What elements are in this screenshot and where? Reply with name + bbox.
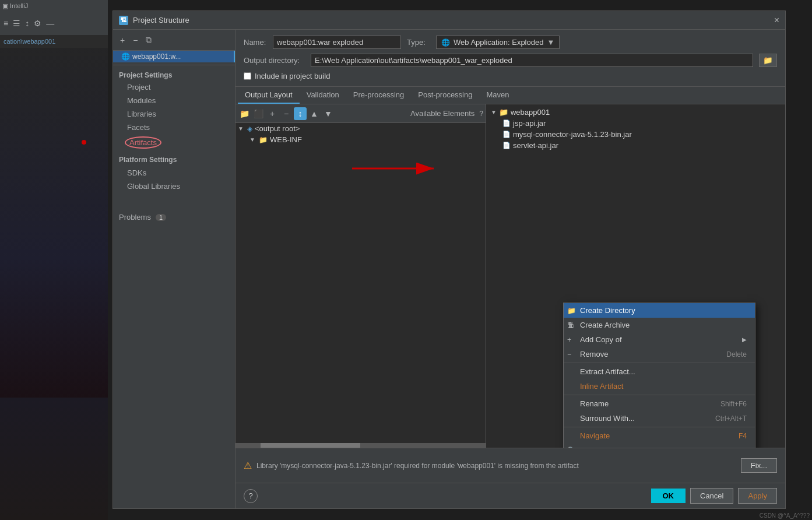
copy-artifact-button[interactable]: ⧉	[143, 34, 154, 46]
tab-maven[interactable]: Maven	[479, 87, 516, 104]
output-root-icon: ◈	[247, 125, 252, 133]
right-tree-item-2[interactable]: 📄 servlet-api.jar	[488, 140, 783, 151]
tree-btn-remove[interactable]: −	[280, 107, 293, 120]
menu-item-remove[interactable]: − Remove Delete	[564, 347, 755, 361]
nav-sdks[interactable]: SDKs	[113, 166, 235, 180]
type-label: Type:	[407, 38, 430, 47]
left-panel-divider	[113, 65, 235, 65]
menu-separator-1	[564, 363, 755, 363]
right-tree-item-label-2: servlet-api.jar	[513, 141, 558, 150]
artifacts-label: Artifacts	[129, 138, 157, 147]
tree-scrollbar-h[interactable]	[235, 443, 486, 448]
toolbar-icon-5[interactable]: —	[46, 19, 54, 28]
add-artifact-button[interactable]: +	[118, 34, 127, 46]
close-button[interactable]: ×	[774, 15, 779, 26]
nav-problems[interactable]: Problems 1	[113, 210, 235, 224]
toolbar-icon-2[interactable]: ☰	[13, 19, 20, 28]
left-panel-toolbar: + − ⧉	[113, 30, 235, 51]
right-tree-root-label: webapp001	[511, 108, 550, 117]
find-usages-icon: 🔍	[567, 447, 576, 448]
remove-icon: −	[567, 350, 571, 359]
menu-item-surround-with[interactable]: Surround With... Ctrl+Alt+T	[564, 411, 755, 426]
nav-facets[interactable]: Facets	[113, 121, 235, 134]
nav-artifacts[interactable]: Artifacts	[113, 134, 235, 151]
output-root-label: <output root>	[255, 124, 300, 133]
create-dir-icon: 📁	[567, 307, 576, 315]
tree-btn-up[interactable]: ▲	[308, 107, 321, 120]
artifact-tree-icon: 🌐	[121, 52, 130, 61]
menu-item-extract-artifact[interactable]: Extract Artifact...	[564, 364, 755, 379]
right-tree-item-0[interactable]: 📄 jsp-api.jar	[488, 118, 783, 129]
menu-item-rename[interactable]: Rename Shift+F6	[564, 396, 755, 411]
bottom-warning-text: Library 'mysql-connector-java-5.1.23-bin…	[256, 462, 736, 470]
help-icon[interactable]: ?	[479, 110, 483, 118]
menu-label-rename: Rename	[580, 399, 609, 408]
type-value: Web Application: Exploded	[454, 38, 543, 47]
breadcrumb-text: cation\webapp001	[3, 38, 55, 45]
toolbar-icon-3[interactable]: ↕	[25, 19, 29, 28]
menu-item-find-usages[interactable]: 🔍 Find Usages Alt+F7	[564, 443, 755, 448]
browse-folder-button[interactable]: 📁	[759, 54, 777, 67]
menu-item-create-directory[interactable]: 📁 Create Directory	[564, 303, 755, 318]
problems-badge: 1	[156, 214, 166, 221]
nav-libraries[interactable]: Libraries	[113, 107, 235, 121]
jar-icon-0: 📄	[502, 120, 511, 127]
project-settings-header: Project Settings	[113, 68, 235, 80]
tree-btn-structure[interactable]: ⬛	[252, 107, 265, 120]
menu-separator-2	[564, 395, 755, 395]
nav-modules[interactable]: Modules	[113, 94, 235, 107]
apply-button[interactable]: Apply	[738, 488, 777, 504]
warning-icon: ⚠	[244, 460, 252, 471]
menu-item-navigate[interactable]: Navigate F4	[564, 428, 755, 443]
toolbar-icon-4[interactable]: ⚙	[34, 19, 41, 28]
nav-project[interactable]: Project	[113, 80, 235, 94]
red-arrow-annotation	[340, 151, 457, 188]
type-dropdown[interactable]: 🌐 Web Application: Exploded ▼	[436, 36, 560, 49]
dialog-footer: ? OK Cancel Apply	[235, 483, 785, 508]
remove-artifact-button[interactable]: −	[131, 34, 140, 46]
include-checkbox[interactable]	[244, 72, 251, 80]
tab-pre-processing[interactable]: Pre-processing	[346, 87, 411, 104]
tree-btn-down[interactable]: ▼	[322, 107, 335, 120]
right-tree-root[interactable]: ▼ 📁 webapp001	[488, 107, 783, 118]
output-dir-label: Output directory:	[244, 56, 305, 65]
tree-btn-sort[interactable]: ↕	[294, 107, 307, 120]
tree-toolbar: 📁 ⬛ + − ↕ ▲ ▼ Available Elements ?	[235, 104, 486, 123]
toolbar-icon-1[interactable]: ≡	[3, 19, 8, 28]
tree-node-output-root[interactable]: ▼ ◈ <output root>	[235, 123, 486, 134]
type-icon: 🌐	[441, 38, 450, 47]
cancel-button[interactable]: Cancel	[690, 488, 733, 504]
folder-icon-webinf: 📁	[259, 136, 268, 144]
output-dir-input[interactable]	[311, 54, 753, 67]
fix-button[interactable]: Fix...	[741, 458, 777, 473]
tree-node-webinf[interactable]: ▼ 📁 WEB-INF	[235, 134, 486, 145]
artifacts-circle: Artifacts	[125, 136, 161, 149]
menu-label-inline-artifact: Inline Artifact	[580, 382, 623, 391]
include-label: Include in project build	[255, 72, 330, 80]
output-dir-row: Output directory: 📁	[244, 54, 777, 67]
nav-global-libraries[interactable]: Global Libraries	[113, 180, 235, 193]
tab-output-layout[interactable]: Output Layout	[238, 87, 300, 104]
menu-label-add-copy: Add Copy of	[580, 335, 622, 344]
menu-label-create-directory: Create Directory	[580, 306, 635, 315]
menu-item-add-copy[interactable]: + Add Copy of ▶	[564, 332, 755, 347]
ok-button[interactable]: OK	[651, 489, 686, 503]
help-button[interactable]: ?	[244, 489, 258, 503]
ide-toolbar: ≡ ☰ ↕ ⚙ —	[0, 12, 108, 35]
menu-label-remove: Remove	[580, 350, 608, 359]
dialog-titlebar: 🏗 Project Structure ×	[113, 11, 785, 30]
project-structure-dialog: 🏗 Project Structure × + − ⧉ 🌐 webapp001:…	[113, 10, 786, 509]
right-tree-item-label-0: jsp-api.jar	[513, 119, 546, 128]
dialog-title-text: Project Structure	[133, 16, 189, 24]
expand-icon-webinf: ▼	[249, 136, 256, 143]
tree-btn-folder[interactable]: 📁	[238, 107, 251, 120]
name-input[interactable]	[273, 36, 401, 49]
menu-item-create-archive[interactable]: 🗜 Create Archive	[564, 318, 755, 332]
artifact-tree-selected[interactable]: 🌐 webapp001:w...	[113, 51, 235, 62]
ide-titlebar: ▣ IntelliJ	[0, 0, 108, 12]
right-tree-item-1[interactable]: 📄 mysql-connector-java-5.1.23-bin.jar	[488, 129, 783, 140]
tab-post-processing[interactable]: Post-processing	[411, 87, 479, 104]
tab-validation[interactable]: Validation	[300, 87, 346, 104]
menu-item-inline-artifact[interactable]: Inline Artifact	[564, 379, 755, 393]
tree-btn-add[interactable]: +	[266, 107, 279, 120]
